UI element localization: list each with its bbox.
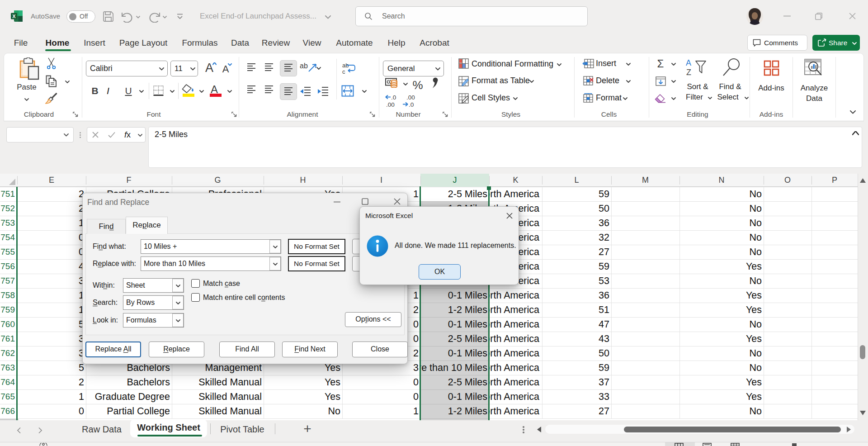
svg-text:c: c (342, 68, 345, 75)
svg-text:X: X (12, 14, 16, 19)
svg-text:.0: .0 (391, 94, 396, 101)
svg-text:A: A (686, 58, 691, 67)
svg-text:.00: .00 (406, 94, 415, 101)
svg-text:Z: Z (686, 68, 691, 76)
svg-text:.0: .0 (409, 101, 414, 108)
svg-text:.00: .00 (386, 101, 395, 108)
